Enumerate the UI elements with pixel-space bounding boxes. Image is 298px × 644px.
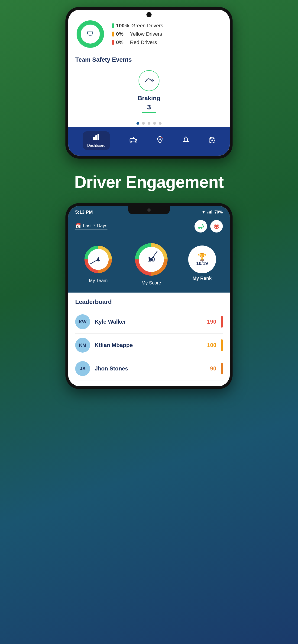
driver-name-js: Jhon Stones (95, 365, 205, 372)
driver-name-km: Ktlian Mbappe (95, 342, 202, 348)
driver-score-donut: 🛡 (75, 19, 105, 49)
trophy-icon: 🏆 (198, 253, 206, 261)
section-title: Driver Engagement (74, 172, 223, 192)
svg-rect-5 (98, 134, 99, 140)
my-rank-label: My Rank (193, 276, 212, 281)
yellow-stat-row: 0% Yellow Drivers (112, 31, 163, 37)
vehicle-select-button[interactable] (194, 220, 207, 232)
green-pct: 100% (116, 23, 129, 29)
braking-icon-circle (139, 70, 159, 91)
nav-location[interactable] (157, 136, 163, 145)
page-dot-3[interactable] (148, 122, 150, 125)
location-icon (157, 136, 163, 145)
phone-notch (128, 206, 170, 214)
green-dot (112, 23, 114, 28)
pagination-dots (75, 117, 223, 127)
event-value: 3 (142, 103, 156, 113)
svg-rect-3 (93, 137, 95, 140)
svg-rect-6 (130, 139, 135, 142)
nav-alerts[interactable] (183, 136, 189, 145)
signal-icon (207, 210, 213, 215)
score-section: 4 My Team (68, 236, 230, 292)
front-camera (147, 208, 151, 212)
score-bar-km (221, 340, 223, 351)
control-buttons (194, 220, 223, 232)
bell-icon (183, 136, 189, 145)
my-score-value: 10 (148, 256, 155, 263)
score-bar-js (221, 363, 223, 374)
red-dot (112, 40, 114, 45)
phone-top: 🛡 100% Green Drivers 0% Yellow Drivers (66, 7, 232, 158)
driver-name-kw: Kyle Walker (95, 318, 202, 325)
svg-point-11 (159, 138, 161, 140)
svg-text:🛡: 🛡 (87, 30, 94, 38)
my-score-gauge: 10 (133, 241, 170, 278)
yellow-dot (112, 32, 114, 37)
score-bar-kw (221, 316, 223, 328)
event-name: Braking (138, 94, 160, 102)
driver-stats: 100% Green Drivers 0% Yellow Drivers 0% … (112, 23, 163, 46)
calendar-icon: 📅 (75, 223, 81, 228)
svg-point-12 (161, 137, 162, 138)
page-dot-1[interactable] (136, 122, 139, 125)
svg-rect-14 (207, 212, 208, 214)
svg-rect-16 (210, 211, 211, 214)
rank-value: 10/19 (196, 261, 208, 266)
leaderboard-title: Leaderboard (75, 298, 223, 306)
my-rank-widget: 🏆 10/19 My Rank (188, 246, 216, 281)
my-team-score: 4 (97, 256, 100, 263)
safety-title: Team Safety Events (75, 56, 223, 63)
safety-card: Braking 3 (75, 68, 223, 117)
nav-fleet[interactable] (130, 136, 137, 145)
red-label: Red Drivers (130, 40, 157, 46)
my-team-gauge: 4 (82, 243, 114, 276)
my-team-label: My Team (89, 278, 108, 283)
status-time: 5:13 PM (75, 210, 93, 215)
dashboard-icon (93, 134, 100, 142)
battery-value: 70% (214, 210, 223, 215)
svg-rect-17 (211, 210, 212, 214)
red-pct: 0% (116, 40, 128, 46)
svg-rect-15 (209, 212, 210, 214)
page-dot-4[interactable] (153, 122, 156, 125)
nav-dashboard[interactable]: Dashboard (83, 131, 110, 150)
rank-circle: 🏆 10/19 (188, 246, 216, 273)
date-filter[interactable]: 📅 Last 7 Days (75, 223, 107, 230)
my-score-label: My Score (142, 280, 161, 286)
camera-dot-top (146, 12, 152, 17)
phone-bottom: 5:13 PM ▼ 70% 📅 (66, 203, 232, 389)
my-score-widget: 10 My Score (133, 241, 170, 286)
page-dot-5[interactable] (159, 122, 162, 125)
status-right: ▼ 70% (201, 210, 223, 215)
table-row[interactable]: JS Jhon Stones 90 (75, 357, 223, 380)
avatar-js: JS (75, 361, 90, 376)
driver-score-km: 100 (207, 342, 216, 348)
page-dot-2[interactable] (142, 122, 145, 125)
svg-rect-4 (95, 136, 97, 140)
wifi-icon: ▼ (201, 210, 206, 215)
nav-settings[interactable] (208, 136, 215, 145)
dashboard-label: Dashboard (87, 144, 105, 148)
safety-section: Team Safety Events Braking 3 (68, 54, 230, 127)
svg-point-13 (211, 139, 213, 141)
green-stat-row: 100% Green Drivers (112, 23, 163, 29)
date-filter-label: Last 7 Days (83, 223, 107, 228)
yellow-pct: 0% (116, 31, 128, 37)
controls-bar: 📅 Last 7 Days (68, 217, 230, 236)
avatar-kw: KW (75, 314, 90, 329)
svg-point-8 (135, 142, 136, 143)
svg-point-22 (215, 225, 218, 228)
avatar-km: KM (75, 338, 90, 352)
red-stat-row: 0% Red Drivers (112, 40, 163, 46)
record-button[interactable] (210, 220, 223, 232)
driver-score-js: 90 (210, 365, 216, 372)
bottom-nav: Dashboard (68, 127, 230, 156)
green-label: Green Drivers (131, 23, 163, 29)
driver-score-kw: 190 (207, 318, 216, 325)
truck-icon (130, 136, 137, 145)
my-team-widget: 4 My Team (82, 243, 114, 283)
table-row[interactable]: KM Ktlian Mbappe 100 (75, 334, 223, 357)
table-row[interactable]: KW Kyle Walker 190 (75, 310, 223, 334)
yellow-label: Yellow Drivers (130, 31, 162, 37)
gear-icon (208, 136, 215, 145)
